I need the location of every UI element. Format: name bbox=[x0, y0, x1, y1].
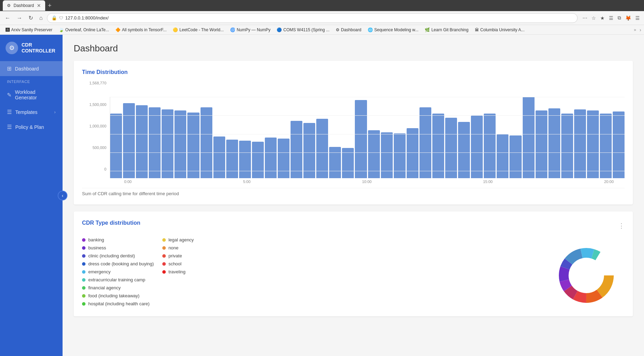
bar-2[interactable] bbox=[136, 105, 148, 178]
bookmark-sequence[interactable]: 🌐 Sequence Modeling w... bbox=[365, 27, 421, 33]
sidebar-collapse-button[interactable]: ‹ bbox=[58, 191, 67, 200]
dashboard-icon: ⊞ bbox=[7, 65, 11, 72]
back-button[interactable]: ← bbox=[3, 14, 13, 23]
tab-manager-button[interactable]: ⧉ bbox=[616, 14, 622, 22]
collapse-icon: ‹ bbox=[62, 193, 64, 198]
sidebar-item-dashboard[interactable]: ⊞ Dashboard bbox=[0, 61, 63, 76]
bar-0[interactable] bbox=[110, 114, 122, 178]
bar-27[interactable] bbox=[458, 122, 470, 178]
sidebar-item-dashboard-label: Dashboard bbox=[15, 66, 39, 72]
bar-18[interactable] bbox=[342, 148, 354, 178]
active-tab[interactable]: ⚙ Dashboard ✕ bbox=[3, 0, 45, 11]
sidebar-item-workload-generator[interactable]: ✎ Workload Generator bbox=[0, 85, 63, 105]
bar-10[interactable] bbox=[239, 141, 251, 178]
bookmark-leetcode[interactable]: 🟡 LeetCode - The World... bbox=[170, 27, 227, 33]
bar-25[interactable] bbox=[432, 114, 444, 178]
bar-20[interactable] bbox=[368, 130, 380, 178]
bar-32[interactable] bbox=[523, 97, 535, 178]
bar-35[interactable] bbox=[561, 114, 573, 178]
bar-8[interactable] bbox=[213, 136, 225, 178]
bar-col-35 bbox=[561, 114, 573, 178]
sidebar-navigation: ⊞ Dashboard INTERFACE ✎ Workload Generat… bbox=[0, 61, 63, 356]
bar-6[interactable] bbox=[187, 113, 199, 178]
bookmark-gitbranching-label: Learn Git Branching bbox=[431, 27, 468, 32]
bookmark-dashboard[interactable]: ⚙ Dashboard bbox=[333, 27, 364, 33]
refresh-button[interactable]: ↻ bbox=[26, 13, 35, 23]
cdr-card-header: CDR Type distribution ⋮ bbox=[82, 220, 625, 232]
bar-21[interactable] bbox=[381, 132, 393, 178]
food-dot bbox=[82, 294, 85, 298]
coms-icon: 🔵 bbox=[277, 27, 282, 32]
bookmark-arxiv[interactable]: 🅰 Arxiv Sanity Preserver bbox=[3, 27, 55, 33]
bar-4[interactable] bbox=[162, 109, 173, 178]
bar-col-23 bbox=[407, 128, 418, 178]
bar-23[interactable] bbox=[407, 128, 418, 178]
bar-7[interactable] bbox=[201, 107, 212, 178]
bar-col-30 bbox=[497, 134, 508, 178]
tab-bar: ⚙ Dashboard ✕ + bbox=[3, 0, 54, 11]
columbia-icon: 🏛 bbox=[475, 27, 479, 32]
bookmark-overleaf[interactable]: 🍃 Overleaf, Online LaTe... bbox=[56, 27, 112, 33]
profile-button[interactable]: 🦊 bbox=[624, 14, 633, 22]
bar-14[interactable] bbox=[291, 121, 302, 178]
bookmark-coms[interactable]: 🔵 COMS W4115 (Spring ... bbox=[274, 27, 332, 33]
x-label-0: 0:00 bbox=[124, 180, 131, 184]
sidebar-toggle-button[interactable]: ☰ bbox=[608, 14, 615, 22]
bar-16[interactable] bbox=[316, 119, 328, 178]
bar-3[interactable] bbox=[149, 107, 161, 178]
bar-17[interactable] bbox=[329, 147, 341, 178]
forward-button[interactable]: → bbox=[15, 14, 24, 23]
bar-28[interactable] bbox=[471, 116, 483, 178]
address-bar[interactable]: 🔒 🛡 127.0.0.1:8000/index/ bbox=[47, 13, 578, 23]
extensions-button[interactable]: ⋯ bbox=[581, 14, 589, 22]
bookmark-gitbranching[interactable]: 🌿 Learn Git Branching bbox=[422, 27, 471, 33]
bar-34[interactable] bbox=[548, 108, 560, 178]
sidebar-arrow-button[interactable]: › bbox=[639, 27, 641, 33]
templates-arrow-icon: › bbox=[54, 110, 56, 115]
bar-col-2 bbox=[136, 105, 148, 178]
bar-13[interactable] bbox=[278, 139, 290, 178]
bar-33[interactable] bbox=[536, 110, 547, 178]
nav-actions: ⋯ ☆ ★ ☰ ⧉ 🦊 ☰ bbox=[581, 14, 641, 22]
bar-9[interactable] bbox=[226, 140, 238, 178]
home-button[interactable]: ⌂ bbox=[37, 14, 45, 23]
bar-col-8 bbox=[213, 136, 225, 178]
bar-38[interactable] bbox=[600, 114, 612, 178]
x-label-20: 20:00 bbox=[604, 180, 614, 184]
bar-col-5 bbox=[174, 110, 186, 178]
bookmark-columbia[interactable]: 🏛 Columbia University A... bbox=[472, 27, 527, 33]
bar-29[interactable] bbox=[484, 114, 496, 178]
bar-36[interactable] bbox=[574, 109, 586, 178]
bookmarks-more-button[interactable]: » bbox=[634, 27, 636, 32]
star-button[interactable]: ★ bbox=[599, 14, 606, 22]
bar-30[interactable] bbox=[497, 134, 508, 178]
x-label-10: 10:00 bbox=[362, 180, 372, 184]
bookmark-tensorflow[interactable]: 🔶 All symbols in TensorF... bbox=[113, 27, 170, 33]
tab-close-button[interactable]: ✕ bbox=[37, 3, 41, 8]
sidebar-item-policy-plan[interactable]: ☰ Policy & Plan bbox=[0, 119, 63, 134]
bar-12[interactable] bbox=[265, 138, 277, 178]
bookmark-button[interactable]: ☆ bbox=[590, 14, 597, 22]
sidebar-item-templates[interactable]: ☰ Templates › bbox=[0, 105, 63, 119]
bar-24[interactable] bbox=[419, 107, 431, 178]
app-container: ⚙ CDR CONTROLLER ⊞ Dashboard INTERFACE ✎… bbox=[0, 35, 644, 356]
bookmark-numpy[interactable]: 🌀 NumPy — NumPy bbox=[227, 27, 273, 33]
menu-button[interactable]: ☰ bbox=[634, 14, 641, 22]
cdr-more-button[interactable]: ⋮ bbox=[618, 222, 625, 230]
sidebar: ⚙ CDR CONTROLLER ⊞ Dashboard INTERFACE ✎… bbox=[0, 35, 63, 356]
traveling-label: traveling bbox=[169, 269, 186, 274]
bar-31[interactable] bbox=[510, 135, 521, 178]
new-tab-button[interactable]: + bbox=[45, 2, 55, 9]
bar-5[interactable] bbox=[174, 110, 186, 178]
bar-col-26 bbox=[445, 118, 457, 178]
bar-15[interactable] bbox=[303, 123, 315, 178]
bar-37[interactable] bbox=[587, 110, 599, 178]
bar-39[interactable] bbox=[613, 111, 625, 178]
bar-19[interactable] bbox=[355, 100, 367, 178]
bar-22[interactable] bbox=[394, 133, 406, 178]
bar-26[interactable] bbox=[445, 118, 457, 178]
banking-dot bbox=[82, 238, 85, 242]
bar-1[interactable] bbox=[123, 103, 135, 178]
bar-11[interactable] bbox=[252, 142, 264, 178]
grid-line-top bbox=[110, 97, 625, 97]
